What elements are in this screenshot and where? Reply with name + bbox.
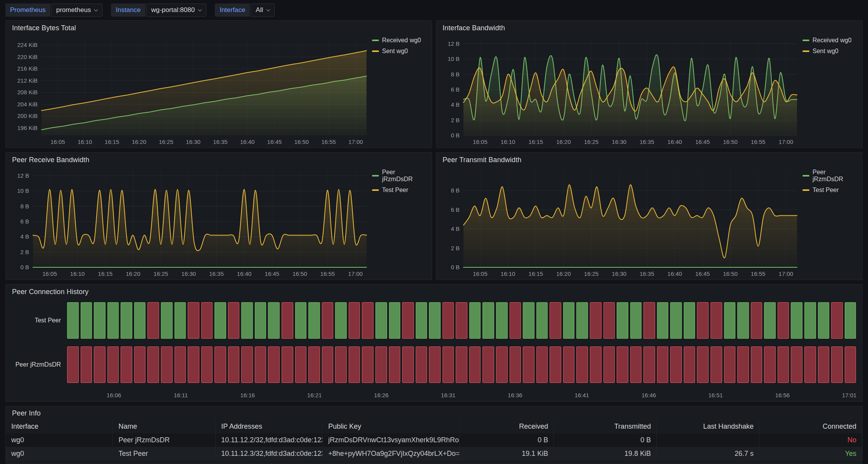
timeline-bars[interactable] xyxy=(67,302,856,339)
state-bar-up xyxy=(845,302,856,339)
chart-svg-peer-transmit-bandwidth[interactable]: 0 B2 B4 B6 B8 B16:0516:1016:1516:2016:25… xyxy=(439,166,800,279)
var-select-interface[interactable]: All xyxy=(251,3,275,17)
column-header-transmitted[interactable]: Transmitted xyxy=(554,420,657,433)
svg-text:16:20: 16:20 xyxy=(556,270,571,277)
state-bar-down xyxy=(389,346,401,383)
state-bar-down xyxy=(804,346,816,383)
svg-text:17:00: 17:00 xyxy=(348,139,363,145)
legend-item[interactable]: Test Peer xyxy=(372,187,426,194)
var-select-instance[interactable]: wg-portal:8080 xyxy=(146,3,206,17)
panel-header[interactable]: Interface Bandwidth xyxy=(436,21,862,34)
svg-text:16:05: 16:05 xyxy=(473,270,488,277)
interface-bytes-total-plot[interactable]: 196 KiB200 KiB204 KiB208 KiB212 KiB216 K… xyxy=(9,34,370,147)
state-bar-down xyxy=(228,302,240,339)
legend-color-swatch xyxy=(372,50,379,52)
panel-header[interactable]: Peer Connection History xyxy=(6,284,862,298)
column-header-ip-addresses[interactable]: IP Addresses xyxy=(216,420,323,433)
state-bar-down xyxy=(845,346,856,383)
legend-label: Received wg0 xyxy=(813,37,852,44)
var-group-interface: Interface All xyxy=(215,3,275,17)
variables-toolbar: Prometheus prometheus Instance wg-portal… xyxy=(0,0,868,20)
state-bar-down xyxy=(724,346,736,383)
legend-item[interactable]: Received wg0 xyxy=(802,37,857,44)
legend-color-swatch xyxy=(802,175,809,177)
state-bar-down xyxy=(469,346,481,383)
var-value-text: All xyxy=(256,6,263,14)
legend-color-swatch xyxy=(372,189,379,191)
state-bar-down xyxy=(335,346,347,383)
state-bar-up xyxy=(630,302,642,339)
state-bar-down xyxy=(282,302,293,339)
var-select-prometheus[interactable]: prometheus xyxy=(51,3,103,17)
svg-text:208 KiB: 208 KiB xyxy=(17,89,38,95)
column-header-interface[interactable]: Interface xyxy=(6,420,113,433)
chart-svg-interface-bytes-total[interactable]: 196 KiB200 KiB204 KiB208 KiB212 KiB216 K… xyxy=(9,34,370,147)
state-bar-down xyxy=(643,346,655,383)
state-bar-down xyxy=(443,302,454,339)
legend-item[interactable]: Test Peer xyxy=(802,187,857,194)
state-bar-up xyxy=(134,302,146,339)
state-bar-down xyxy=(456,302,467,339)
panel-header[interactable]: Peer Info xyxy=(6,406,862,420)
cell-last-handshake xyxy=(657,433,759,447)
column-header-received[interactable]: Received xyxy=(460,420,554,433)
svg-text:16:25: 16:25 xyxy=(159,139,173,145)
column-header-connected[interactable]: Connected xyxy=(759,420,862,433)
cell-received: 0 B xyxy=(460,433,554,447)
legend-item[interactable]: Sent wg0 xyxy=(372,48,426,55)
panel-header[interactable]: Peer Transmit Bandwidth xyxy=(436,152,862,166)
state-bar-down xyxy=(657,346,669,383)
legend-item[interactable]: Peer jRzmDsDR xyxy=(802,169,857,183)
state-bar-down xyxy=(778,302,789,339)
timeline-row-label: Test Peer xyxy=(9,302,67,339)
state-bar-down xyxy=(121,346,132,383)
state-bar-up xyxy=(764,302,776,339)
interface-bandwidth-plot[interactable]: 0 B2 B4 B6 B8 B10 B12 B16:0516:1016:1516… xyxy=(439,34,800,147)
panel-header[interactable]: Interface Bytes Total xyxy=(6,21,432,34)
svg-text:16:40: 16:40 xyxy=(667,139,682,145)
column-header-name[interactable]: Name xyxy=(113,420,216,433)
panel-peer-connection-history: Peer Connection History Test PeerPeer jR… xyxy=(5,284,863,402)
column-header-last-handshake[interactable]: Last Handshake xyxy=(657,420,759,433)
svg-text:16:30: 16:30 xyxy=(186,139,201,145)
svg-text:16:20: 16:20 xyxy=(132,139,147,145)
state-bar-up xyxy=(469,302,481,339)
state-bar-up xyxy=(791,302,802,339)
var-value-text: prometheus xyxy=(56,6,91,14)
cell-received: 19.1 KiB xyxy=(460,447,554,461)
panel-title: Interface Bandwidth xyxy=(443,24,505,32)
state-bar-up xyxy=(107,302,119,339)
state-bar-down xyxy=(308,346,320,383)
panel-title: Peer Info xyxy=(12,409,41,417)
svg-text:16:30: 16:30 xyxy=(182,270,196,277)
panel-header[interactable]: Peer Receive Bandwidth xyxy=(6,152,432,166)
svg-text:4 B: 4 B xyxy=(451,225,460,232)
timeline-bars[interactable] xyxy=(67,346,856,383)
legend-item[interactable]: Peer jRzmDsDR xyxy=(372,169,426,183)
panel-interface-bytes-total: Interface Bytes Total 196 KiB200 KiB204 … xyxy=(5,20,432,148)
legend-item[interactable]: Sent wg0 xyxy=(802,48,857,55)
svg-text:224 KiB: 224 KiB xyxy=(17,42,38,48)
legend-item[interactable]: Received wg0 xyxy=(372,37,426,44)
svg-text:16:10: 16:10 xyxy=(501,139,515,145)
state-bar-down xyxy=(711,302,722,339)
legend-label: Test Peer xyxy=(813,187,839,194)
state-bar-down xyxy=(402,302,414,339)
column-header-public-key[interactable]: Public Key xyxy=(323,420,460,433)
timeline-tick-label: 16:46 xyxy=(641,392,656,398)
peer-receive-bandwidth-plot[interactable]: 0 B2 B4 B6 B8 B10 B12 B16:0516:1016:1516… xyxy=(9,166,370,279)
cell-interface: wg0 xyxy=(6,447,113,461)
state-timeline[interactable]: Test PeerPeer jRzmDsDR16:0616:1116:1616:… xyxy=(6,298,862,402)
state-bar-down xyxy=(617,346,628,383)
state-bar-up xyxy=(657,302,669,339)
svg-text:16:15: 16:15 xyxy=(529,270,543,277)
chart-svg-interface-bandwidth[interactable]: 0 B2 B4 B6 B8 B10 B12 B16:0516:1016:1516… xyxy=(439,34,800,147)
legend-color-swatch xyxy=(802,189,809,191)
state-bar-up xyxy=(523,302,534,339)
chart-svg-peer-receive-bandwidth[interactable]: 0 B2 B4 B6 B8 B10 B12 B16:0516:1016:1516… xyxy=(9,166,370,279)
state-bar-down xyxy=(563,346,575,383)
state-bar-down xyxy=(402,346,414,383)
svg-text:12 B: 12 B xyxy=(17,172,29,179)
peer-transmit-bandwidth-plot[interactable]: 0 B2 B4 B6 B8 B16:0516:1016:1516:2016:25… xyxy=(439,166,800,279)
state-bar-down xyxy=(175,346,186,383)
